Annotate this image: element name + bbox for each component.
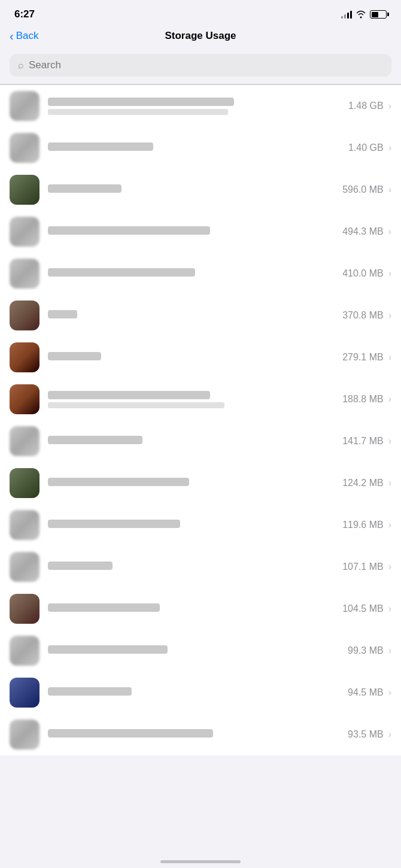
app-name-bar bbox=[48, 142, 153, 151]
chevron-right-icon: › bbox=[388, 142, 391, 153]
app-name-bar bbox=[48, 352, 101, 360]
app-info bbox=[48, 310, 342, 321]
search-icon: ⌕ bbox=[18, 60, 24, 71]
app-name-bar bbox=[48, 562, 113, 570]
app-icon bbox=[10, 468, 40, 498]
back-button[interactable]: ‹ Back bbox=[10, 30, 38, 42]
app-info bbox=[48, 184, 342, 196]
app-name-bar bbox=[48, 729, 213, 738]
home-indicator bbox=[160, 860, 241, 863]
chevron-right-icon: › bbox=[388, 184, 391, 195]
app-size: 1.48 GB bbox=[348, 101, 384, 111]
app-size: 141.7 MB bbox=[342, 436, 383, 447]
battery-icon bbox=[370, 10, 387, 19]
app-info bbox=[48, 562, 342, 573]
list-item[interactable]: 124.2 MB› bbox=[0, 462, 401, 504]
app-size: 1.40 GB bbox=[348, 142, 384, 153]
list-item[interactable]: 1.48 GB› bbox=[0, 85, 401, 127]
app-size: 119.6 MB bbox=[342, 520, 383, 530]
app-size: 107.1 MB bbox=[342, 562, 383, 572]
app-name-bar bbox=[48, 391, 210, 399]
list-item[interactable]: 279.1 MB› bbox=[0, 336, 401, 378]
chevron-right-icon: › bbox=[388, 687, 391, 698]
app-name-bar bbox=[48, 603, 160, 612]
app-icon bbox=[10, 301, 40, 330]
app-info bbox=[48, 603, 342, 615]
app-info bbox=[48, 142, 348, 154]
list-item[interactable]: 104.5 MB› bbox=[0, 588, 401, 630]
app-icon bbox=[10, 91, 40, 121]
app-icon bbox=[10, 133, 40, 163]
app-size: 124.2 MB bbox=[342, 478, 383, 488]
app-size: 370.8 MB bbox=[342, 310, 383, 321]
app-info bbox=[48, 391, 342, 408]
nav-bar: ‹ Back Storage Usage bbox=[0, 25, 401, 49]
app-name-bar bbox=[48, 98, 234, 106]
app-sub-bar bbox=[48, 402, 224, 408]
app-icon bbox=[10, 636, 40, 666]
chevron-right-icon: › bbox=[388, 520, 391, 530]
list-item[interactable]: 119.6 MB› bbox=[0, 504, 401, 546]
app-size: 93.5 MB bbox=[348, 729, 384, 740]
app-name-bar bbox=[48, 478, 189, 486]
app-size: 494.3 MB bbox=[342, 226, 383, 237]
app-icon bbox=[10, 720, 40, 749]
app-info bbox=[48, 98, 348, 115]
app-info bbox=[48, 226, 342, 238]
app-icon bbox=[10, 510, 40, 540]
list-item[interactable]: 188.8 MB› bbox=[0, 378, 401, 420]
list-item[interactable]: 141.7 MB› bbox=[0, 420, 401, 462]
chevron-right-icon: › bbox=[388, 101, 391, 111]
app-icon bbox=[10, 342, 40, 372]
app-icon bbox=[10, 552, 40, 582]
chevron-right-icon: › bbox=[388, 394, 391, 405]
app-icon bbox=[10, 259, 40, 289]
list-item[interactable]: 596.0 MB› bbox=[0, 169, 401, 211]
app-info bbox=[48, 352, 342, 363]
app-size: 99.3 MB bbox=[348, 645, 384, 656]
app-icon bbox=[10, 175, 40, 205]
list-item[interactable]: 1.40 GB› bbox=[0, 127, 401, 169]
app-icon bbox=[10, 594, 40, 624]
chevron-right-icon: › bbox=[388, 352, 391, 363]
status-bar: 6:27 bbox=[0, 0, 401, 25]
chevron-right-icon: › bbox=[388, 436, 391, 447]
back-chevron-icon: ‹ bbox=[10, 30, 14, 42]
list-item[interactable]: 494.3 MB› bbox=[0, 211, 401, 253]
app-size: 279.1 MB bbox=[342, 352, 383, 363]
chevron-right-icon: › bbox=[388, 310, 391, 321]
app-name-bar bbox=[48, 436, 142, 444]
app-name-bar bbox=[48, 226, 210, 235]
app-info bbox=[48, 687, 348, 699]
app-name-bar bbox=[48, 310, 77, 318]
app-info bbox=[48, 478, 342, 489]
app-icon bbox=[10, 384, 40, 414]
list-item[interactable]: 93.5 MB› bbox=[0, 714, 401, 755]
list-item[interactable]: 94.5 MB› bbox=[0, 672, 401, 714]
app-info bbox=[48, 645, 348, 657]
status-icons bbox=[341, 10, 387, 19]
app-info bbox=[48, 520, 342, 531]
list-item[interactable]: 99.3 MB› bbox=[0, 630, 401, 672]
app-size: 188.8 MB bbox=[342, 394, 383, 405]
app-name-bar bbox=[48, 645, 168, 654]
app-name-bar bbox=[48, 184, 121, 193]
search-input[interactable] bbox=[29, 59, 383, 71]
chevron-right-icon: › bbox=[388, 645, 391, 656]
list-item[interactable]: 410.0 MB› bbox=[0, 253, 401, 295]
app-icon bbox=[10, 678, 40, 708]
app-size: 94.5 MB bbox=[348, 687, 384, 698]
list-item[interactable]: 370.8 MB› bbox=[0, 295, 401, 336]
chevron-right-icon: › bbox=[388, 226, 391, 237]
app-name-bar bbox=[48, 687, 132, 696]
app-size: 104.5 MB bbox=[342, 603, 383, 614]
signal-icon bbox=[341, 10, 352, 19]
app-name-bar bbox=[48, 268, 195, 277]
app-info bbox=[48, 436, 342, 447]
status-time: 6:27 bbox=[14, 8, 35, 20]
list-item[interactable]: 107.1 MB› bbox=[0, 546, 401, 588]
app-name-bar bbox=[48, 520, 180, 528]
app-info bbox=[48, 729, 348, 740]
chevron-right-icon: › bbox=[388, 562, 391, 572]
search-bar[interactable]: ⌕ bbox=[10, 54, 391, 77]
